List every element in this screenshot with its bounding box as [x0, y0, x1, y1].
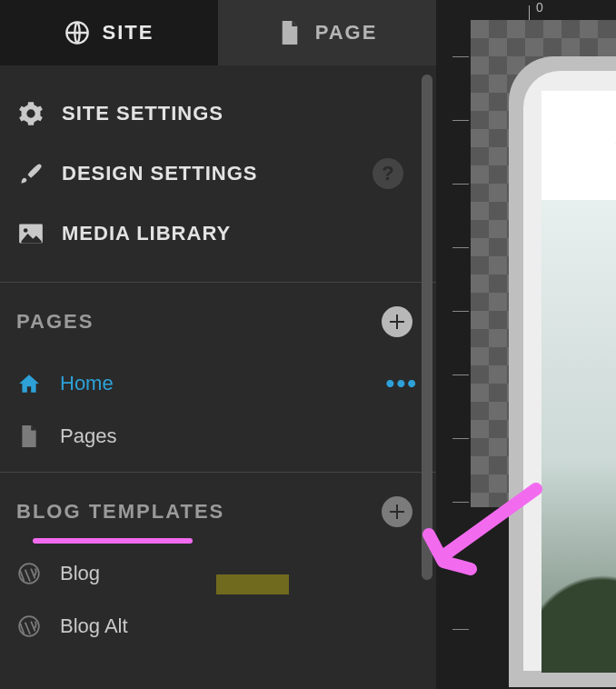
site-settings-label: SITE SETTINGS: [62, 102, 431, 125]
nav-design-settings[interactable]: DESIGN SETTINGS ?: [13, 144, 436, 204]
media-library-label: MEDIA LIBRARY: [62, 222, 431, 245]
sidebar-scrollbar[interactable]: [422, 75, 432, 580]
image-icon: [18, 221, 44, 246]
sidebar-tabs: SITE PAGE: [0, 0, 436, 65]
help-icon[interactable]: ?: [373, 158, 403, 189]
tab-page[interactable]: PAGE: [218, 0, 436, 65]
preview-header: [541, 91, 616, 200]
page-item-menu-button[interactable]: •••: [386, 380, 418, 387]
nav-media-library[interactable]: MEDIA LIBRARY: [13, 204, 436, 264]
page-icon: [16, 424, 42, 449]
add-blog-template-button[interactable]: [382, 496, 412, 527]
tab-site[interactable]: SITE: [0, 0, 218, 65]
page-item-home[interactable]: Home •••: [16, 357, 436, 410]
tab-site-label: SITE: [103, 21, 154, 45]
blog-templates-heading: BLOG TEMPLATES: [16, 500, 382, 524]
blog-item-blog-alt[interactable]: Blog Alt: [16, 600, 436, 653]
svg-point-2: [24, 228, 28, 233]
site-logo-icon: [607, 121, 616, 170]
page-item-pages[interactable]: Pages: [16, 410, 436, 463]
nav-section: SITE SETTINGS DESIGN SETTINGS ?: [0, 65, 436, 283]
home-icon: [16, 371, 42, 396]
device-frame: [509, 56, 616, 687]
blog-templates-section: BLOG TEMPLATES Blog: [0, 473, 436, 662]
pages-section: PAGES Home •••: [0, 283, 436, 473]
add-page-button[interactable]: [382, 306, 412, 337]
scrollbar-thumb[interactable]: [422, 75, 432, 580]
gear-icon: [18, 101, 44, 126]
page-home-label: Home: [60, 372, 386, 395]
nav-site-settings[interactable]: SITE SETTINGS: [13, 84, 436, 144]
brush-icon: [18, 161, 44, 186]
sidebar-panel: SITE PAGE SITE SETTINGS: [0, 0, 436, 689]
annotation-highlight: [216, 574, 289, 594]
blog-alt-label: Blog Alt: [60, 614, 418, 638]
design-settings-label: DESIGN SETTINGS: [62, 162, 373, 185]
tab-page-label: PAGE: [315, 21, 378, 45]
page-pages-label: Pages: [60, 424, 418, 448]
wordpress-icon: [16, 614, 42, 639]
globe-icon: [65, 20, 90, 45]
preview-hero-image: [541, 200, 616, 673]
ruler-tick-zero: 0: [536, 0, 543, 15]
canvas-area: 0: [436, 0, 616, 689]
ruler-horizontal: 0: [471, 0, 616, 20]
pages-heading: PAGES: [16, 310, 382, 334]
page-icon: [277, 20, 303, 45]
annotation-underline: [33, 538, 193, 544]
wordpress-icon: [16, 561, 42, 586]
ruler-vertical: [452, 20, 471, 689]
